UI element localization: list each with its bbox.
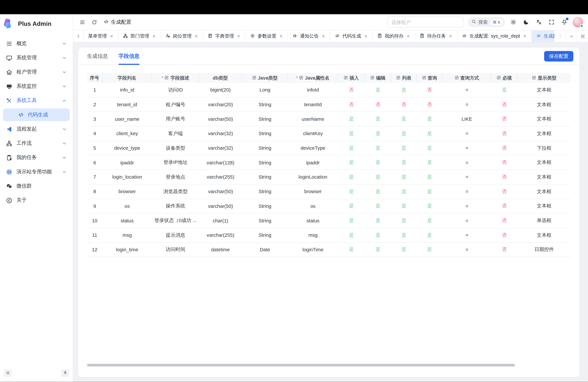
- settings-gear-icon[interactable]: [509, 18, 518, 27]
- close-icon[interactable]: [364, 34, 368, 38]
- notification-bell-icon[interactable]: [560, 18, 569, 27]
- edit-column-icon: [252, 75, 256, 81]
- fullscreen-icon[interactable]: [547, 18, 556, 27]
- table-row: 3user_name用户账号varchar(50)StringuserName是…: [87, 112, 571, 127]
- close-icon[interactable]: [237, 34, 241, 38]
- column-header-label: 显示类型: [538, 75, 556, 81]
- column-header-查询方式[interactable]: 查询方式: [442, 73, 491, 83]
- page-tab-3[interactable]: 岗位管理: [161, 30, 203, 42]
- cell: client_key: [103, 131, 152, 136]
- tabs-scroll-left-icon[interactable]: [73, 30, 84, 42]
- cell: =: [442, 145, 491, 151]
- page-tab-9[interactable]: 待办任务: [415, 30, 458, 42]
- close-icon[interactable]: [321, 34, 326, 38]
- column-header-插入[interactable]: 插入: [338, 73, 365, 83]
- cell: varchar(50): [199, 116, 242, 122]
- cell: String: [242, 232, 288, 238]
- cell: 登录地点: [152, 174, 199, 180]
- close-icon[interactable]: [523, 34, 527, 38]
- tenant-select-input[interactable]: [387, 17, 464, 28]
- cell: =: [442, 247, 491, 253]
- code-icon: [536, 33, 541, 39]
- cell: 登录状态（0成功 ...: [152, 217, 199, 224]
- sidebar-item-7[interactable]: 工作流: [0, 136, 73, 150]
- cell: user_name: [103, 116, 152, 122]
- cell: varchar(128): [199, 160, 242, 165]
- dark-mode-moon-icon[interactable]: [522, 18, 531, 27]
- column-header-显示类型[interactable]: 显示类型: [517, 73, 571, 83]
- close-icon[interactable]: [279, 34, 283, 38]
- sidebar-item-1[interactable]: 概览: [0, 36, 73, 51]
- table-row: 10status登录状态（0成功 ...char(1)Stringstatus是…: [87, 213, 571, 228]
- tab-生成信息[interactable]: 生成信息: [87, 48, 108, 64]
- cell: 是: [491, 86, 518, 93]
- language-translate-icon[interactable]: [534, 18, 544, 27]
- cell: browser: [288, 189, 338, 194]
- cell: 是: [417, 116, 442, 122]
- sidebar-item-4[interactable]: 系统监控: [0, 79, 73, 93]
- toggle-menu-icon[interactable]: [78, 18, 86, 26]
- column-header-字段描述[interactable]: *字段描述: [152, 73, 199, 83]
- cell: 否: [491, 130, 518, 137]
- sidebar-item-6[interactable]: 流程发起: [0, 122, 73, 136]
- sidebar-item-10[interactable]: 微信群: [0, 179, 73, 193]
- column-header-Java类型[interactable]: Java类型: [242, 73, 288, 83]
- sidebar-item-11[interactable]: 关于: [0, 193, 73, 207]
- tabs-dropdown-icon[interactable]: [566, 30, 577, 42]
- cell: =: [442, 102, 491, 107]
- page-tab-10[interactable]: 生成配置: sys_role_dept: [458, 30, 532, 42]
- cell: 否: [491, 116, 518, 122]
- tabs-scroll-right-icon[interactable]: [554, 30, 566, 42]
- close-icon[interactable]: [109, 34, 113, 38]
- cell: 否: [391, 101, 417, 108]
- sidebar-item-3[interactable]: 租户管理: [0, 65, 73, 79]
- page-tab-11[interactable]: 生成配置: sys_lo: [532, 30, 554, 42]
- open-page-tabs: 菜单管理部门管理岗位管理字典管理参数设置通知公告代码生成我的待办待办任务生成配置…: [84, 30, 554, 42]
- horizontal-scrollbar-thumb[interactable]: [87, 364, 515, 366]
- edit-column-icon: [454, 75, 459, 81]
- page-tab-6[interactable]: 通知公告: [288, 30, 330, 42]
- sidebar-item-8[interactable]: 我的任务: [0, 150, 73, 165]
- clipboard-icon: [420, 33, 424, 39]
- global-search-button[interactable]: 搜索 ⌘ K: [467, 17, 505, 27]
- pin-sidebar-button[interactable]: [61, 369, 69, 377]
- save-config-button[interactable]: 保存配置: [544, 51, 573, 61]
- sidebar-item-label: 租户管理: [17, 69, 62, 75]
- close-icon[interactable]: [406, 34, 410, 38]
- table-row: 1info_id访问IDbigint(20)LonginfoId否是是否=是文本…: [87, 83, 571, 97]
- sidebar-item-5[interactable]: 系统工具: [0, 93, 73, 108]
- cell: 操作系统: [152, 203, 199, 210]
- page-tab-4[interactable]: 字典管理: [203, 30, 246, 42]
- sidebar-item-2[interactable]: 系统管理: [0, 51, 73, 65]
- column-header-列表[interactable]: 列表: [391, 73, 417, 83]
- page-tab-1[interactable]: 菜单管理: [84, 30, 119, 42]
- close-icon[interactable]: [448, 34, 453, 38]
- column-header-必填[interactable]: 必填: [491, 73, 518, 83]
- page-tab-7[interactable]: 代码生成: [330, 30, 373, 42]
- sidebar-item-9[interactable]: 演示站专用功能: [0, 165, 73, 179]
- collapse-sidebar-button[interactable]: [4, 369, 12, 377]
- chevron-down-icon: [62, 141, 67, 146]
- config-tabs: 生成信息字段信息: [87, 48, 140, 64]
- content-maximize-icon[interactable]: [577, 30, 588, 42]
- edit-column-icon: [370, 75, 375, 81]
- page-tab-8[interactable]: 我的待办: [373, 30, 415, 42]
- page-tab-2[interactable]: 部门管理: [119, 30, 161, 42]
- close-icon[interactable]: [152, 34, 156, 38]
- page-tab-label: 生成配置: sys_lo: [544, 33, 554, 39]
- sidebar-subitem-代码生成[interactable]: 代码生成: [3, 108, 70, 121]
- cell: 用户账号: [152, 116, 199, 122]
- column-header-Java属性名[interactable]: *Java属性名: [288, 73, 338, 83]
- cell: 6: [87, 160, 103, 165]
- search-icon: [471, 19, 476, 25]
- user-avatar[interactable]: [573, 17, 583, 27]
- cell: 否: [491, 203, 518, 210]
- refresh-icon[interactable]: [90, 18, 98, 26]
- column-header-编辑[interactable]: 编辑: [365, 73, 391, 83]
- tab-字段信息[interactable]: 字段信息: [119, 48, 140, 64]
- column-header-查询[interactable]: 查询: [417, 73, 442, 83]
- chevron-down-icon: [62, 41, 67, 46]
- page-tab-5[interactable]: 参数设置: [246, 30, 288, 42]
- close-icon[interactable]: [194, 34, 198, 38]
- column-header-label: 字段描述: [170, 75, 189, 81]
